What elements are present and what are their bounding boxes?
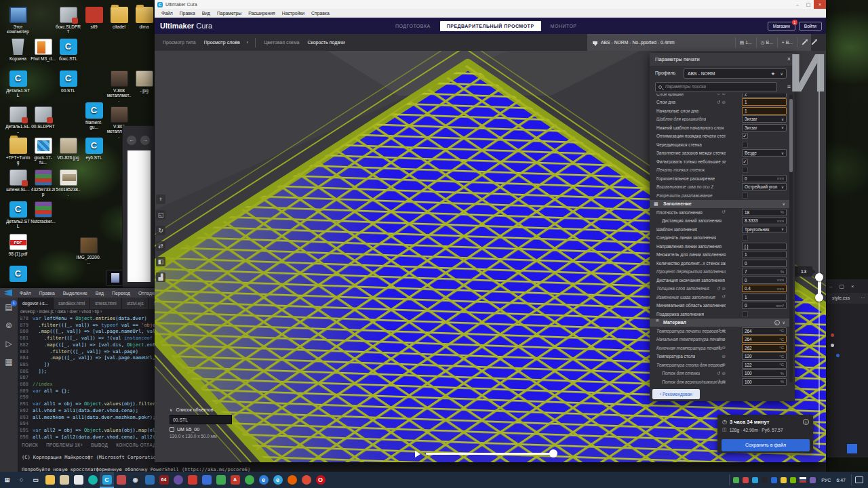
language-flag-icon[interactable] xyxy=(800,477,806,483)
setting-checkbox[interactable] xyxy=(742,192,748,199)
steam-app-icon[interactable]: ◉ xyxy=(128,472,142,488)
desktop-icon-filament-gu...[interactable]: filament-gu... xyxy=(81,102,106,129)
tray-app-icon[interactable] xyxy=(762,477,768,483)
desktop-icon-бокс.SLDPRT[interactable]: бокс.SLDPRT xyxy=(56,7,81,34)
recommended-mode-button[interactable]: ‹ Рекомендован xyxy=(652,389,700,399)
link-icon[interactable]: ⊘ xyxy=(722,362,726,367)
reset-icon[interactable]: ↺ xyxy=(722,209,726,215)
extensions-icon[interactable]: ▦ xyxy=(5,358,12,367)
reset-icon[interactable]: ↺ xyxy=(717,94,720,96)
panel-tab[interactable]: ПОИСК xyxy=(22,443,38,447)
desktop-icon-Fhut M3_d...[interactable]: Fhut M3_d... xyxy=(31,39,56,61)
chrome-icon[interactable] xyxy=(299,472,313,488)
forward-icon[interactable]: → xyxy=(140,136,150,145)
settings-search-input[interactable]: Параметры поиска xyxy=(655,82,777,92)
link-icon[interactable]: ⊘ xyxy=(722,379,726,384)
cura-menu-item[interactable]: Параметры xyxy=(214,11,245,16)
setup-chip[interactable]: ▤1... xyxy=(735,37,756,47)
settings-section-Материал[interactable]: ≡Материалi∨ xyxy=(650,319,789,327)
rotate-tool[interactable]: ↻ xyxy=(156,226,165,235)
feedrate-label[interactable]: Скорость подачи xyxy=(307,40,344,45)
favorite-star-icon[interactable]: ★ xyxy=(771,69,775,79)
setting-input[interactable]: 0mm² xyxy=(742,302,787,309)
panel-tab[interactable]: ВЫВОД xyxy=(91,443,108,447)
vscode-menu-item[interactable]: Выделение xyxy=(59,291,92,296)
setting-checkbox[interactable] xyxy=(742,167,748,173)
desktop-icon-Деталь2.STL[interactable]: Деталь2.STL xyxy=(5,201,31,228)
paint-app-icon[interactable] xyxy=(199,472,214,488)
reset-icon[interactable]: ↺ xyxy=(717,371,720,376)
desktop-icon-glock-17-fu...[interactable]: glock-17-fu... xyxy=(31,138,56,165)
reset-icon[interactable]: ↺ xyxy=(717,100,720,105)
tray-app-icon[interactable] xyxy=(743,477,749,483)
setting-dropdown[interactable]: Зигзаг∨ xyxy=(742,124,787,131)
path-slider-track[interactable] xyxy=(426,453,556,455)
setting-input[interactable]: 2 xyxy=(742,94,787,98)
source-control-icon[interactable]: ⊚ xyxy=(5,321,12,330)
setup-chip[interactable]: ◷В... xyxy=(756,37,777,47)
cura-menu-item[interactable]: Справка xyxy=(308,11,333,16)
desktop-icon-Этот компьютер[interactable]: Этот компьютер xyxy=(5,7,31,34)
setting-dropdown[interactable]: Треугольник∨ xyxy=(742,226,787,233)
whatsapp-icon[interactable] xyxy=(242,472,256,488)
language-indicator[interactable]: РУС xyxy=(821,478,831,483)
remote-status-icon[interactable] xyxy=(847,444,857,453)
setting-input[interactable]: 120°C xyxy=(742,352,787,360)
ie-icon[interactable]: e xyxy=(271,472,285,488)
desktop-icon-Деталь1.STL[interactable]: Деталь1.STL xyxy=(5,70,31,98)
taskbar-clock[interactable]: 6:47 xyxy=(836,478,846,483)
setting-input[interactable]: [ ] xyxy=(742,243,787,250)
desktop-icon-stl9[interactable]: stl9 xyxy=(81,7,106,29)
cura-app-icon[interactable]: C xyxy=(100,472,114,488)
setting-input[interactable]: 262°C xyxy=(742,344,787,352)
desktop-icon-540185238...[interactable]: 540185238... xyxy=(56,169,81,197)
desktop-icon-Деталь1.SL...[interactable]: Деталь1.SL... xyxy=(5,106,31,134)
stage-tab[interactable]: МОНИТОР xyxy=(551,24,577,28)
info-icon[interactable]: i xyxy=(803,419,809,425)
explorer-icon[interactable]: ▤1 xyxy=(5,303,12,312)
minimize-icon[interactable]: – xyxy=(829,283,832,289)
link-icon[interactable]: ⊘ xyxy=(722,354,726,359)
teal-app-icon[interactable] xyxy=(85,472,100,488)
setting-input[interactable]: 0 xyxy=(742,260,787,267)
maximize-icon[interactable]: ▢ xyxy=(803,0,814,9)
setting-checkbox[interactable] xyxy=(742,235,748,241)
desktop-icon-шпени.SL...[interactable]: шпени.SL... xyxy=(5,169,31,192)
desktop-icon-98 (1).pdf[interactable]: 98 (1).pdf xyxy=(5,234,31,256)
firefox-icon[interactable] xyxy=(285,472,299,488)
maximize-icon[interactable]: ▢ xyxy=(839,283,844,289)
object-list-header[interactable]: ∨Список объектов xyxy=(170,407,232,412)
notification-center-icon[interactable] xyxy=(855,476,863,483)
link-icon[interactable]: ⊘ xyxy=(722,286,726,291)
info-icon[interactable]: i xyxy=(774,320,780,325)
save-to-file-button[interactable]: Сохранить в файл xyxy=(722,439,810,451)
cura-menu-item[interactable]: Настройки xyxy=(279,11,308,16)
desktop-icon-V-808 металлмет...[interactable]: V-808 металлмет... xyxy=(106,70,132,102)
object-list-item[interactable]: 00.STL xyxy=(170,415,232,424)
setting-input[interactable]: 0mm xyxy=(742,175,787,182)
setting-checkbox[interactable] xyxy=(742,311,748,317)
settings-section-Заполнение[interactable]: ▩Заполнение∨ xyxy=(650,200,789,209)
app-64-icon[interactable]: 64 xyxy=(157,472,171,488)
back-icon[interactable]: ← xyxy=(127,136,136,145)
link-icon[interactable]: ⊘ xyxy=(722,328,726,333)
setting-input[interactable]: 7% xyxy=(742,268,787,275)
editor-tab[interactable]: dogovor-i-s... xyxy=(18,298,54,309)
desktop-icon-43259733.zip[interactable]: 43259733.zip xyxy=(31,169,56,197)
path-slider-handle[interactable] xyxy=(549,449,557,458)
tray-app-icon[interactable] xyxy=(810,477,816,483)
setting-input[interactable]: 0.4mm xyxy=(742,285,787,292)
reset-icon[interactable]: ↺ xyxy=(717,286,720,291)
edge-icon[interactable]: e xyxy=(256,472,271,488)
setting-input[interactable]: 1 xyxy=(742,251,787,258)
link-icon[interactable]: ⊘ xyxy=(722,345,726,350)
purple-app-icon[interactable] xyxy=(171,472,185,488)
task-view-icon[interactable]: ▭ xyxy=(28,472,43,488)
setting-dropdown[interactable]: Зигзаг∨ xyxy=(742,115,787,123)
link-icon[interactable]: ⊘ xyxy=(722,371,726,376)
stage-tab[interactable]: ПОДГОТОВКА xyxy=(395,24,431,28)
settings-scrollbar[interactable] xyxy=(789,95,793,382)
tray-app-icon[interactable] xyxy=(790,477,796,483)
background-window-fragment[interactable]: ← → xyxy=(122,125,155,288)
setting-input[interactable]: 1 xyxy=(742,98,787,106)
